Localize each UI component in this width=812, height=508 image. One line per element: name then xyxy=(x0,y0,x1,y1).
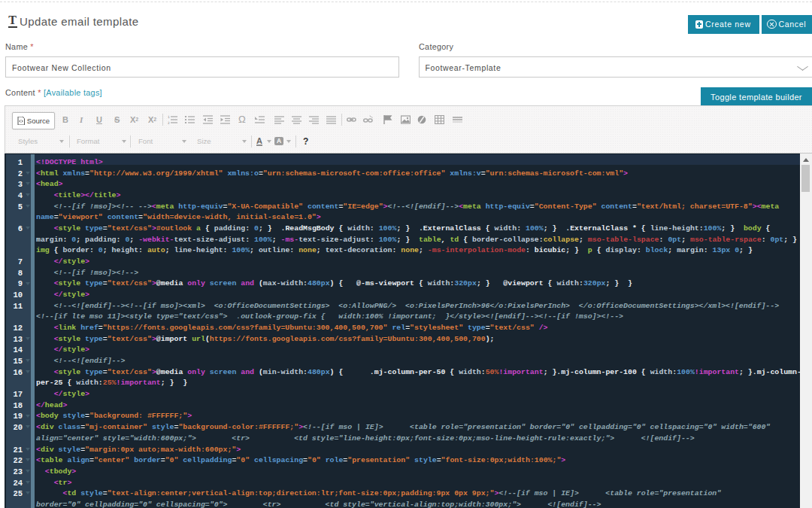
svg-text:1: 1 xyxy=(168,115,170,119)
svg-text:2: 2 xyxy=(168,120,170,123)
